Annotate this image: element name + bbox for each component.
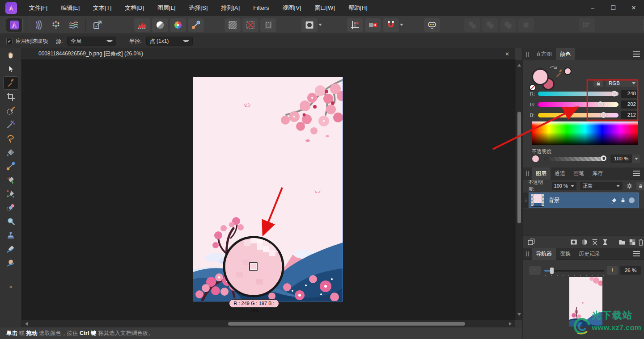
panel-grip-icon[interactable] bbox=[526, 52, 529, 57]
menu-text[interactable]: 文本[T] bbox=[86, 0, 118, 16]
primary-color-swatch[interactable] bbox=[532, 68, 549, 85]
auto-levels-button[interactable] bbox=[134, 18, 150, 32]
mesh-warp-tool[interactable] bbox=[4, 174, 18, 186]
close-button[interactable]: ✕ bbox=[623, 0, 644, 16]
scroll-left-icon[interactable] bbox=[23, 322, 28, 326]
live-filter-icon[interactable] bbox=[591, 238, 599, 246]
assistant-options-button[interactable] bbox=[347, 18, 363, 32]
scroll-right-icon[interactable] bbox=[509, 322, 513, 326]
source-select[interactable]: 全局 bbox=[67, 37, 116, 46]
tab-navigator[interactable]: 导航器 bbox=[532, 248, 556, 260]
blur-tool[interactable] bbox=[4, 215, 18, 228]
blue-slider[interactable] bbox=[538, 113, 619, 117]
mask-layer-icon[interactable] bbox=[570, 238, 578, 246]
menu-filters[interactable]: Filters bbox=[246, 0, 275, 16]
layer-row-background[interactable]: 背景 bbox=[529, 193, 639, 208]
menu-document[interactable]: 文档[D] bbox=[118, 0, 151, 16]
move-tool[interactable] bbox=[4, 63, 18, 75]
zoom-value[interactable]: 26 % bbox=[620, 266, 641, 275]
vertical-scrollbar[interactable] bbox=[515, 60, 522, 320]
zoom-out-button[interactable]: − bbox=[529, 266, 541, 275]
tone-mapping-persona-button[interactable] bbox=[66, 18, 82, 32]
more-tools-button[interactable]: » bbox=[0, 283, 21, 290]
edit-all-layers-icon[interactable] bbox=[527, 238, 535, 246]
red-value[interactable]: 248 bbox=[621, 90, 638, 98]
auto-colour-button[interactable] bbox=[170, 18, 186, 32]
insert-behind-button[interactable] bbox=[365, 18, 381, 32]
green-slider-knob[interactable] bbox=[597, 101, 603, 107]
smudge-tool[interactable] bbox=[4, 257, 18, 269]
tab-histogram[interactable]: 直方图 bbox=[532, 48, 556, 60]
paint-brush-tool[interactable] bbox=[4, 243, 18, 255]
layer-opacity-select[interactable]: 100 % bbox=[552, 182, 577, 190]
panel-menu-icon[interactable] bbox=[633, 173, 640, 174]
green-slider[interactable] bbox=[538, 102, 619, 107]
opacity-slider[interactable] bbox=[544, 157, 603, 161]
layer-lock-icon[interactable] bbox=[620, 197, 626, 203]
maximize-button[interactable]: ☐ bbox=[603, 0, 623, 16]
horizontal-scrollbar[interactable] bbox=[21, 320, 515, 327]
menu-layer[interactable]: 图层[L] bbox=[151, 0, 182, 16]
photo-persona-button[interactable] bbox=[6, 18, 22, 32]
red-slider[interactable] bbox=[538, 92, 619, 96]
document-image[interactable] bbox=[193, 77, 343, 301]
opacity-value[interactable]: 100 % bbox=[610, 155, 632, 163]
adjustment-layer-icon[interactable] bbox=[580, 238, 589, 246]
tab-color[interactable]: 颜色 bbox=[556, 48, 575, 60]
group-layers-icon[interactable] bbox=[618, 238, 626, 246]
no-color-swatch[interactable] bbox=[529, 84, 536, 91]
panel-grip-icon[interactable] bbox=[526, 251, 529, 256]
blue-slider-knob[interactable] bbox=[601, 112, 606, 118]
scroll-up-icon[interactable] bbox=[517, 62, 521, 67]
selection-fill-button[interactable] bbox=[225, 18, 241, 32]
color-lock-button[interactable] bbox=[593, 80, 603, 87]
menu-help[interactable]: 帮助[H] bbox=[342, 0, 374, 16]
tab-channels[interactable]: 通道 bbox=[551, 167, 569, 180]
tab-close-icon[interactable]: ✕ bbox=[504, 51, 511, 57]
panel-menu-icon[interactable] bbox=[633, 54, 640, 54]
tab-stock[interactable]: 库存 bbox=[588, 167, 607, 180]
clone-stamp-tool[interactable] bbox=[4, 229, 18, 242]
minimize-button[interactable]: – bbox=[582, 0, 603, 16]
flood-fill-tool[interactable] bbox=[4, 146, 18, 159]
export-persona-button[interactable] bbox=[89, 18, 106, 32]
tab-brushes[interactable]: 画笔 bbox=[569, 167, 588, 180]
scroll-down-icon[interactable] bbox=[517, 313, 521, 318]
auto-white-balance-button[interactable] bbox=[188, 18, 204, 32]
menu-view[interactable]: 视图[V] bbox=[276, 0, 308, 16]
zoom-slider-thumb[interactable] bbox=[550, 268, 554, 274]
menu-window[interactable]: 窗口[W] bbox=[308, 0, 342, 16]
pixel-brush-tool[interactable] bbox=[4, 188, 18, 200]
tab-layers[interactable]: 图层 bbox=[532, 167, 551, 180]
opacity-dropdown[interactable] bbox=[632, 155, 640, 163]
vertical-scroll-thumb[interactable] bbox=[517, 112, 521, 223]
flood-select-tool[interactable] bbox=[4, 118, 18, 131]
delete-layer-icon[interactable] bbox=[637, 238, 644, 246]
blend-mode-select[interactable]: 正常 bbox=[580, 182, 623, 190]
layer-thumbnail[interactable] bbox=[531, 194, 544, 207]
layer-visibility-toggle[interactable] bbox=[629, 197, 635, 203]
pattern-layer-icon[interactable] bbox=[628, 238, 636, 246]
assistant-manager-button[interactable] bbox=[424, 18, 440, 32]
snapping-dropdown[interactable] bbox=[400, 18, 403, 32]
tab-transform[interactable]: 变换 bbox=[556, 248, 575, 260]
zoom-in-button[interactable]: + bbox=[607, 266, 618, 275]
panel-menu-icon[interactable] bbox=[633, 253, 640, 254]
auto-contrast-button[interactable] bbox=[152, 18, 168, 32]
green-value[interactable]: 202 bbox=[621, 100, 638, 109]
quick-mask-button[interactable] bbox=[301, 18, 318, 32]
color-picker-tool[interactable] bbox=[4, 77, 18, 89]
gradient-tool[interactable] bbox=[4, 160, 18, 172]
menu-file[interactable]: 文件[F] bbox=[22, 0, 54, 16]
liquify-persona-button[interactable] bbox=[30, 18, 46, 32]
canvas-area[interactable]: R : 249 G : 197 B : 209 bbox=[21, 60, 515, 320]
background-eraser-tool[interactable] bbox=[4, 201, 18, 214]
menu-edit[interactable]: 编辑[E] bbox=[54, 0, 86, 16]
red-slider-knob[interactable] bbox=[611, 91, 617, 96]
quick-mask-dropdown[interactable] bbox=[318, 18, 322, 32]
fill-layer-icon[interactable] bbox=[601, 238, 609, 246]
selection-brush-tool[interactable] bbox=[4, 105, 18, 117]
layers-list-empty-area[interactable] bbox=[523, 209, 644, 235]
color-mode-select[interactable]: RGB bbox=[606, 79, 638, 87]
zoom-slider[interactable] bbox=[544, 270, 604, 272]
